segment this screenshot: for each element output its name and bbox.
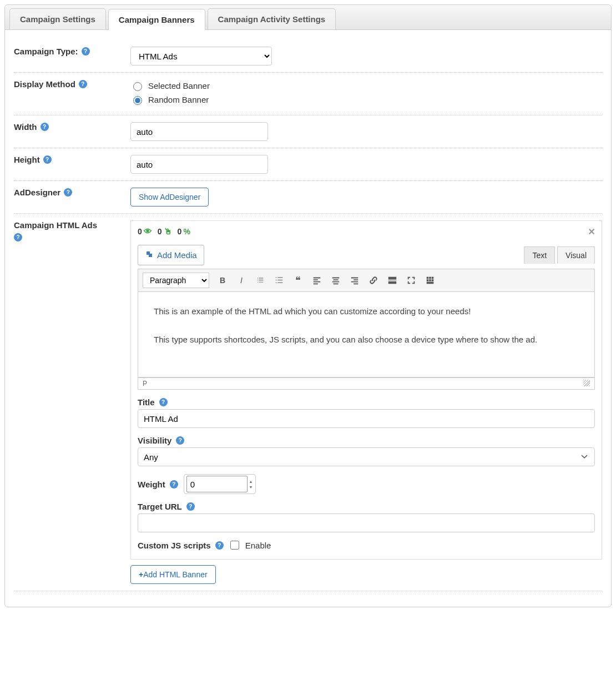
row-display-method: Display Method ? Selected Banner Random … — [14, 73, 602, 115]
stat-ctr: 0 % — [178, 227, 190, 236]
svg-rect-1 — [388, 280, 396, 280]
help-icon[interactable]: ? — [14, 233, 22, 241]
editor-path-bar: P — [138, 377, 595, 390]
format-select[interactable]: Paragraph — [143, 273, 209, 288]
svg-rect-9 — [427, 282, 434, 284]
weight-input[interactable] — [186, 476, 248, 492]
addesigner-label: AdDesigner — [14, 188, 60, 197]
row-width: Width ? — [14, 115, 602, 148]
close-icon[interactable]: × — [588, 225, 595, 238]
help-icon[interactable]: ? — [170, 480, 178, 489]
help-icon[interactable]: ? — [215, 541, 224, 550]
html-ads-label: Campaign HTML Ads — [14, 220, 97, 230]
enable-js-checkbox[interactable] — [230, 541, 239, 550]
help-icon[interactable]: ? — [82, 47, 90, 56]
custom-js-row: Custom JS scripts ? Enable — [138, 539, 595, 551]
italic-icon[interactable]: I — [236, 276, 247, 285]
bullet-list-icon[interactable] — [255, 275, 266, 285]
fullscreen-icon[interactable] — [406, 275, 417, 285]
stats-bar: 0 👁 0 🖱 0 % — [138, 226, 595, 236]
height-label: Height — [14, 155, 40, 164]
help-icon[interactable]: ? — [41, 123, 49, 131]
radio-selected-banner[interactable]: Selected Banner — [130, 80, 602, 91]
enable-label: Enable — [245, 541, 271, 550]
display-method-label: Display Method — [14, 79, 75, 89]
editor-tabs: Text Visual — [524, 246, 595, 264]
radio-random-input[interactable] — [133, 96, 142, 105]
stat-views: 0 👁 — [138, 226, 152, 236]
help-icon[interactable]: ? — [43, 155, 52, 164]
radio-random-banner[interactable]: Random Banner — [130, 94, 602, 105]
help-icon[interactable]: ? — [64, 188, 72, 197]
percent-icon: % — [183, 227, 190, 236]
tab-campaign-settings[interactable]: Campaign Settings — [9, 8, 106, 29]
number-list-icon[interactable] — [274, 275, 285, 285]
stat-clicks: 0 🖱 — [158, 226, 172, 236]
row-addesigner: AdDesigner ? Show AdDesigner — [14, 181, 602, 214]
svg-rect-3 — [427, 277, 429, 279]
toolbar-toggle-icon[interactable] — [425, 275, 436, 285]
weight-stepper[interactable]: ▴ ▾ — [184, 474, 256, 494]
tab-campaign-activity[interactable]: Campaign Activity Settings — [208, 8, 336, 29]
row-campaign-type: Campaign Type: ? HTML Ads — [14, 40, 602, 73]
add-html-banner-button[interactable]: +Add HTML Banner — [130, 565, 216, 584]
path-text: P — [143, 380, 147, 387]
radio-selected-input[interactable] — [133, 82, 142, 91]
editor-area — [138, 292, 595, 377]
mouse-icon: 🖱 — [164, 226, 172, 236]
show-addesigner-button[interactable]: Show AdDesigner — [130, 188, 209, 207]
bold-icon[interactable]: B — [217, 276, 228, 285]
editor-tab-text[interactable]: Text — [524, 246, 555, 264]
width-input[interactable] — [130, 122, 268, 141]
add-media-button[interactable]: Add Media — [138, 245, 204, 265]
target-url-input[interactable] — [138, 513, 595, 532]
height-input[interactable] — [130, 155, 268, 174]
svg-rect-5 — [432, 277, 434, 279]
row-height: Height ? — [14, 148, 602, 181]
target-url-label: Target URL — [138, 502, 182, 511]
editor-toolbar: Paragraph B I ❝ — [138, 269, 595, 292]
help-icon[interactable]: ? — [186, 502, 195, 511]
html-ad-card: × 0 👁 0 🖱 0 % — [130, 220, 602, 560]
quote-icon[interactable]: ❝ — [292, 274, 304, 286]
media-icon — [145, 250, 154, 260]
visibility-select[interactable]: Any — [138, 447, 595, 466]
svg-rect-7 — [429, 279, 431, 281]
row-html-ads: Campaign HTML Ads ? × 0 👁 0 🖱 — [14, 214, 602, 591]
custom-js-label: Custom JS scripts — [138, 541, 211, 550]
tab-content: Campaign Type: ? HTML Ads Display Method… — [5, 30, 611, 607]
tab-campaign-banners[interactable]: Campaign Banners — [108, 9, 205, 30]
svg-rect-2 — [388, 281, 396, 284]
tab-bar: Campaign Settings Campaign Banners Campa… — [5, 5, 611, 30]
eye-icon: 👁 — [144, 226, 152, 236]
title-label: Title — [138, 397, 155, 407]
plus-icon: + — [139, 570, 143, 579]
svg-rect-4 — [429, 277, 431, 279]
visibility-label: Visibility — [138, 436, 171, 445]
width-label: Width — [14, 122, 37, 132]
campaign-type-label: Campaign Type: — [14, 47, 78, 56]
spin-down-icon[interactable]: ▾ — [250, 485, 252, 490]
help-icon[interactable]: ? — [159, 398, 168, 406]
readmore-icon[interactable] — [387, 275, 398, 285]
campaign-panel: Campaign Settings Campaign Banners Campa… — [4, 4, 612, 607]
svg-rect-8 — [432, 279, 434, 281]
align-center-icon[interactable] — [330, 275, 341, 285]
align-left-icon[interactable] — [311, 275, 322, 285]
svg-rect-6 — [427, 279, 429, 281]
svg-rect-0 — [388, 277, 396, 280]
link-icon[interactable] — [368, 275, 379, 285]
campaign-type-select[interactable]: HTML Ads — [130, 47, 272, 66]
weight-label: Weight — [138, 480, 165, 489]
editor-textarea[interactable] — [138, 292, 594, 375]
editor-tab-visual[interactable]: Visual — [557, 246, 595, 264]
help-icon[interactable]: ? — [176, 436, 184, 445]
title-input[interactable] — [138, 409, 595, 428]
resize-handle-icon[interactable] — [583, 380, 590, 386]
align-right-icon[interactable] — [349, 275, 360, 285]
spin-up-icon[interactable]: ▴ — [250, 479, 252, 484]
help-icon[interactable]: ? — [79, 80, 87, 88]
